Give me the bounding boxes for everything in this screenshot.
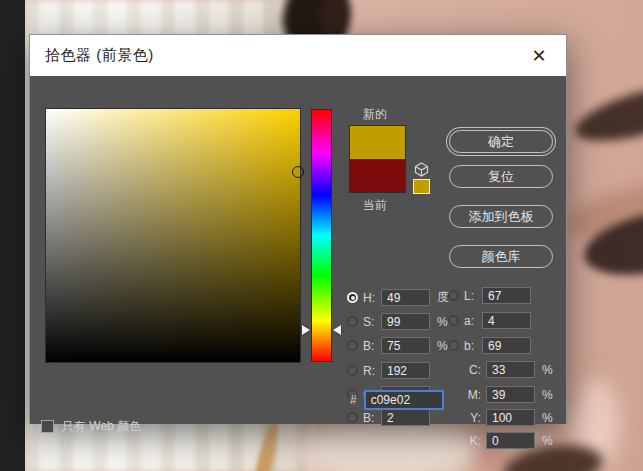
rgb-b-label: B: — [363, 411, 379, 425]
c-label: C: — [463, 363, 481, 377]
field-row-s: S: 99 % — [347, 313, 448, 330]
k-label: K: — [463, 434, 481, 448]
r-label: R: — [363, 364, 379, 378]
eyebrow — [570, 74, 643, 153]
s-radio[interactable] — [347, 316, 358, 327]
field-row-r: R: 192 — [347, 362, 430, 379]
y-input[interactable]: 100 — [486, 409, 535, 426]
color-field-marker[interactable] — [292, 166, 304, 178]
field-row-hex: # c09e02 — [350, 390, 444, 410]
y-unit: % — [542, 411, 553, 425]
out-of-web-gamut-cube-icon[interactable] — [414, 162, 429, 177]
lab-b-label: b: — [464, 339, 480, 353]
s-input[interactable]: 99 — [381, 313, 430, 330]
hue-slider[interactable] — [311, 109, 332, 362]
y-label: Y: — [463, 411, 481, 425]
cheek-highlight — [295, 420, 475, 471]
lab-b-radio[interactable] — [448, 340, 459, 351]
ok-button[interactable]: 确定 — [449, 130, 553, 153]
web-safe-color-swatch[interactable] — [413, 179, 430, 194]
dialog-titlebar[interactable]: 拾色器 (前景色) ✕ — [30, 35, 566, 76]
new-color-label: 新的 — [363, 106, 387, 123]
field-row-rgb-b: B: 2 — [347, 409, 430, 426]
field-row-a: a: 4 — [448, 312, 531, 329]
m-label: M: — [463, 388, 481, 402]
current-color-label: 当前 — [363, 197, 387, 214]
dialog-body: 新的 当前 确定 复位 添加到色板 颜色库 H: 49 — [30, 76, 566, 424]
rgb-b-input[interactable]: 2 — [381, 409, 430, 426]
l-radio[interactable] — [448, 290, 459, 301]
b-label: B: — [363, 339, 379, 353]
b-input[interactable]: 75 — [381, 337, 430, 354]
b-radio[interactable] — [347, 340, 358, 351]
new-color-swatch — [350, 126, 405, 159]
dialog-title: 拾色器 (前景色) — [30, 46, 154, 65]
a-input[interactable]: 4 — [482, 312, 531, 329]
k-unit: % — [542, 434, 553, 448]
field-row-c: C: 33 % — [463, 361, 553, 378]
b-unit: % — [437, 339, 448, 353]
c-unit: % — [542, 363, 553, 377]
h-label: H: — [363, 291, 379, 305]
c-input[interactable]: 33 — [486, 361, 535, 378]
web-only-row: 只有 Web 颜色 — [41, 418, 141, 435]
color-picker-dialog: 拾色器 (前景色) ✕ 新的 当前 — [29, 34, 567, 423]
l-input[interactable]: 67 — [482, 287, 531, 304]
color-libraries-button[interactable]: 颜色库 — [449, 245, 553, 268]
saturation-brightness-field[interactable] — [45, 108, 301, 363]
rgb-b-radio[interactable] — [347, 412, 358, 423]
field-row-m: M: 39 % — [463, 386, 553, 403]
reset-button[interactable]: 复位 — [449, 165, 553, 188]
r-input[interactable]: 192 — [381, 362, 430, 379]
color-preview — [349, 125, 406, 193]
hue-slider-handle-right[interactable] — [333, 325, 341, 335]
field-row-k: K: 0 % — [463, 432, 553, 449]
app-panel-strip — [0, 0, 25, 471]
h-radio[interactable] — [347, 292, 358, 303]
k-input[interactable]: 0 — [486, 432, 535, 449]
close-icon[interactable]: ✕ — [526, 43, 552, 69]
lab-b-input[interactable]: 69 — [482, 337, 531, 354]
h-input[interactable]: 49 — [381, 289, 430, 306]
s-label: S: — [363, 315, 379, 329]
a-label: a: — [464, 314, 480, 328]
only-web-colors-checkbox[interactable] — [41, 420, 54, 433]
hex-label: # — [350, 393, 357, 407]
field-row-lab-b: b: 69 — [448, 337, 531, 354]
field-row-b: B: 75 % — [347, 337, 448, 354]
add-to-swatches-button[interactable]: 添加到色板 — [449, 205, 553, 228]
field-row-l: L: 67 — [448, 287, 531, 304]
m-input[interactable]: 39 — [486, 386, 535, 403]
only-web-colors-label: 只有 Web 颜色 — [62, 418, 141, 435]
s-unit: % — [437, 315, 448, 329]
hue-slider-handle-left[interactable] — [302, 325, 310, 335]
r-radio[interactable] — [347, 365, 358, 376]
screenshot-root: 拾色器 (前景色) ✕ 新的 当前 — [0, 0, 643, 471]
hex-input[interactable]: c09e02 — [364, 390, 444, 410]
field-row-y: Y: 100 % — [463, 409, 553, 426]
current-color-swatch[interactable] — [350, 159, 405, 192]
l-label: L: — [464, 289, 480, 303]
m-unit: % — [542, 388, 553, 402]
a-radio[interactable] — [448, 315, 459, 326]
field-row-h: H: 49 度 — [347, 289, 449, 306]
